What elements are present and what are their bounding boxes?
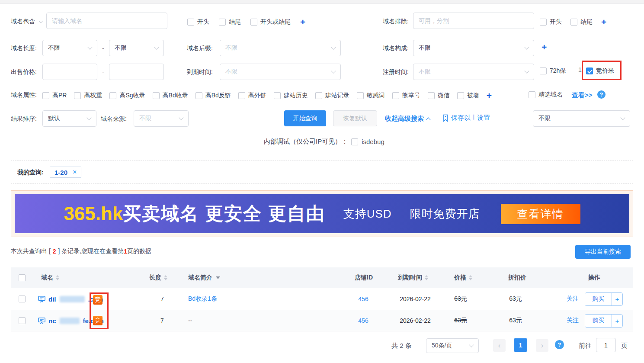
search-button[interactable]: 开始查询	[284, 110, 326, 126]
checkbox-icon[interactable]	[540, 19, 547, 26]
desc-cell[interactable]: Bd收录1条	[188, 288, 217, 310]
length-from-select[interactable]: 不限	[42, 40, 97, 56]
col-domain[interactable]: 域名	[41, 274, 59, 282]
keyword-input[interactable]	[46, 13, 167, 29]
checkbox-icon[interactable]	[540, 67, 547, 74]
follow-link[interactable]: 关注	[567, 310, 579, 331]
exclude-input[interactable]	[413, 13, 534, 29]
reset-button[interactable]: 恢复默认	[333, 110, 377, 126]
check-auction[interactable]: 竞价米	[586, 67, 614, 75]
check-start[interactable]: 开头	[187, 18, 209, 26]
save-settings-link[interactable]: 保存以上设置	[442, 114, 490, 122]
sort-icon[interactable]	[425, 275, 428, 280]
check-72h[interactable]: 72h保	[540, 67, 566, 75]
check-attr-sg[interactable]: 高Sg收录	[109, 92, 145, 100]
export-button[interactable]: 导出当前搜索	[575, 245, 631, 259]
checkbox-icon[interactable]	[274, 92, 281, 99]
check-featured[interactable]: 精选域名	[529, 91, 563, 99]
shop-id-cell[interactable]: 456	[346, 310, 381, 331]
checkbox-icon[interactable]	[250, 19, 257, 26]
checkbox-icon[interactable]	[109, 92, 116, 99]
checkbox-icon[interactable]	[357, 92, 364, 99]
prev-page-button[interactable]: ‹	[493, 339, 506, 352]
extra-filter-select[interactable]: 不限	[533, 110, 630, 127]
help-icon[interactable]: ?	[597, 90, 606, 99]
col-price[interactable]: 价格	[454, 274, 472, 282]
row-checkbox[interactable]	[19, 317, 26, 324]
row-checkbox[interactable]	[19, 296, 26, 302]
check-attr-site-record[interactable]: 建站记录	[315, 92, 349, 100]
checkbox-icon[interactable]	[219, 19, 226, 26]
checkbox-icon[interactable]	[238, 92, 245, 99]
check-attr-pr[interactable]: 高PR	[42, 92, 67, 100]
goto-page-input[interactable]	[596, 338, 616, 352]
check-attr-extlink[interactable]: 高外链	[238, 92, 266, 100]
check-attr-xiongzhang[interactable]: 熊掌号	[392, 92, 420, 100]
check-attr-blocked[interactable]: 被墙	[457, 92, 479, 100]
query-tag[interactable]: 1-20 ×	[50, 167, 81, 178]
col-desc[interactable]: 域名简介	[188, 274, 220, 282]
checkbox-icon[interactable]	[187, 19, 194, 26]
add-attr-icon[interactable]: +	[487, 91, 492, 100]
keyword-mode-dropdown[interactable]: 域名包含	[11, 18, 42, 26]
exclude-check-start[interactable]: 开头	[540, 18, 562, 26]
current-page-button[interactable]: 1	[514, 338, 527, 352]
filter-down-icon[interactable]	[216, 276, 220, 279]
suffix-select[interactable]: 不限	[220, 40, 341, 56]
auction-badge[interactable]: 竞	[93, 316, 103, 325]
checkbox-icon[interactable]	[74, 92, 81, 99]
banner-cta-button[interactable]: 查看详情	[501, 204, 580, 224]
checkbox-icon[interactable]	[153, 92, 160, 99]
select-all-checkbox[interactable]	[19, 274, 26, 281]
ad-banner[interactable]: 365.hk 买卖域名 更安全 更自由 支持USD 限时免费开店 查看详情	[15, 194, 629, 233]
buy-button[interactable]: 购买	[585, 315, 612, 327]
checkbox-icon[interactable]	[315, 92, 322, 99]
sort-icon[interactable]	[56, 275, 59, 280]
price-max-input[interactable]	[109, 64, 164, 80]
sort-icon[interactable]	[469, 275, 472, 280]
debug-checkbox[interactable]	[351, 138, 358, 145]
checkbox-icon[interactable]	[457, 92, 464, 99]
length-to-select[interactable]: 不限	[109, 40, 164, 56]
add-compose-icon[interactable]: +	[541, 42, 547, 51]
pagination-help-icon[interactable]: ?	[555, 340, 564, 349]
close-icon[interactable]: ×	[73, 168, 77, 176]
check-start-or-end[interactable]: 开头或结尾	[250, 18, 291, 26]
checkbox-icon[interactable]	[428, 92, 435, 99]
checkbox-checked-icon[interactable]	[586, 67, 593, 74]
check-attr-site-history[interactable]: 建站历史	[274, 92, 308, 100]
follow-link[interactable]: 关注	[567, 288, 579, 310]
col-expire[interactable]: 到期时间	[398, 274, 428, 282]
buy-button[interactable]: 购买	[585, 293, 612, 305]
checkbox-icon[interactable]	[529, 91, 535, 98]
check-end[interactable]: 结尾	[219, 18, 241, 26]
featured-view-link[interactable]: 查看>>	[572, 91, 593, 100]
price-min-input[interactable]	[42, 64, 97, 80]
add-condition-icon[interactable]: +	[300, 17, 305, 26]
checkbox-icon[interactable]	[42, 92, 49, 99]
sort-icon[interactable]	[164, 275, 167, 280]
sort-select[interactable]: 默认	[42, 110, 96, 127]
checkbox-icon[interactable]	[570, 19, 577, 26]
auction-badge[interactable]: 竞	[93, 295, 103, 305]
checkbox-icon[interactable]	[195, 92, 202, 99]
source-select[interactable]: 不限	[134, 110, 189, 127]
check-attr-sensitive[interactable]: 敏感词	[357, 92, 385, 100]
add-exclude-icon[interactable]: +	[601, 17, 606, 26]
buy-plus-button[interactable]: +	[612, 315, 622, 327]
regtime-select[interactable]: 不限	[413, 64, 534, 80]
expire-select[interactable]: 不限	[220, 64, 341, 80]
next-page-button[interactable]: ›	[536, 339, 548, 352]
shop-id-cell[interactable]: 456	[346, 288, 381, 310]
check-attr-wechat[interactable]: 微信	[428, 92, 450, 100]
check-attr-bd-link[interactable]: 高Bd反链	[195, 92, 231, 100]
compose-select[interactable]: 不限	[413, 40, 534, 56]
checkbox-icon[interactable]	[392, 92, 399, 99]
buy-plus-button[interactable]: +	[612, 293, 622, 305]
page-size-select[interactable]: 50条/页	[426, 338, 479, 353]
check-attr-weight[interactable]: 高权重	[74, 92, 102, 100]
exclude-check-end[interactable]: 结尾	[570, 18, 593, 26]
collapse-advanced-link[interactable]: 收起高级搜索	[385, 115, 430, 123]
check-attr-bd-index[interactable]: 高Bd收录	[153, 92, 188, 100]
col-length[interactable]: 长度	[149, 274, 167, 282]
